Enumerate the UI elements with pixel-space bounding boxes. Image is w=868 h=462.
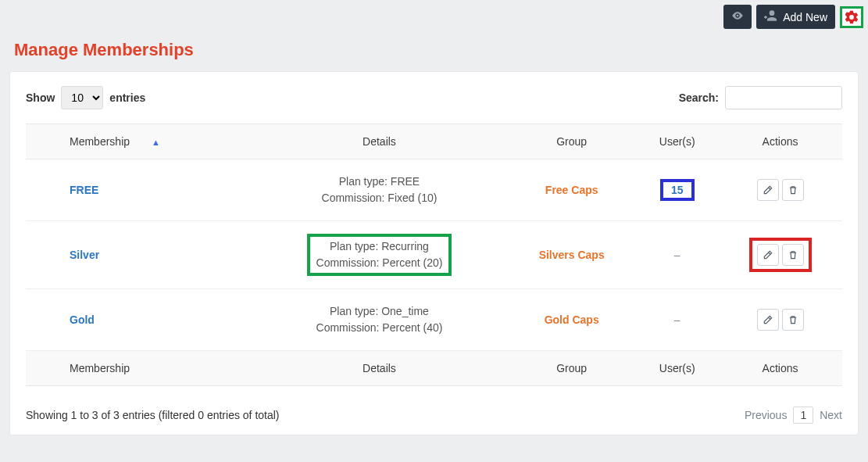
commission-line: Commission: Percent (20)	[316, 255, 443, 271]
edit-icon	[763, 184, 773, 195]
users-count[interactable]: 15	[660, 179, 695, 201]
edit-button[interactable]	[757, 179, 779, 201]
footcol-membership: Membership	[26, 351, 252, 386]
row-actions	[749, 238, 812, 272]
add-user-icon	[764, 9, 777, 24]
memberships-table: Membership ▲ Details Group User(s) Actio…	[26, 124, 842, 386]
pager: Previous 1 Next	[745, 406, 842, 424]
users-count: –	[674, 249, 680, 261]
details-cell: Plan type: FREECommission: Fixed (10)	[316, 172, 444, 208]
membership-link[interactable]: FREE	[70, 184, 98, 196]
commission-line: Commission: Percent (40)	[316, 320, 443, 336]
panel-footer: Showing 1 to 3 of 3 entries (filtered 0 …	[26, 406, 842, 424]
table-header-row: Membership ▲ Details Group User(s) Actio…	[26, 124, 842, 159]
entries-info: Showing 1 to 3 of 3 entries (filtered 0 …	[26, 409, 280, 421]
group-link[interactable]: Silvers Caps	[539, 249, 605, 261]
plan-type-line: Plan type: One_time	[316, 303, 443, 320]
search-input[interactable]	[725, 86, 842, 109]
entries-label: entries	[109, 91, 145, 104]
col-membership[interactable]: Membership ▲	[26, 124, 252, 159]
gear-icon	[844, 9, 859, 25]
footcol-actions: Actions	[718, 351, 842, 386]
search-label: Search:	[679, 91, 719, 104]
group-link[interactable]: Gold Caps	[545, 313, 599, 326]
memberships-panel: Show 10 entries Search: Membership ▲ Det…	[9, 71, 859, 435]
col-details[interactable]: Details	[252, 124, 507, 159]
table-row: GoldPlan type: One_timeCommission: Perce…	[26, 289, 842, 351]
membership-link[interactable]: Silver	[70, 249, 99, 261]
group-link[interactable]: Free Caps	[545, 184, 598, 196]
commission-line: Commission: Fixed (10)	[322, 190, 438, 206]
add-new-label: Add New	[783, 11, 827, 23]
table-footer-row: Membership Details Group User(s) Actions	[26, 351, 842, 386]
pager-next[interactable]: Next	[820, 409, 842, 421]
pager-previous[interactable]: Previous	[745, 409, 787, 421]
trash-icon	[788, 314, 798, 325]
preview-button[interactable]	[723, 5, 752, 29]
edit-button[interactable]	[757, 244, 779, 266]
membership-link[interactable]: Gold	[70, 313, 95, 326]
edit-icon	[763, 314, 773, 325]
eye-icon	[731, 9, 744, 24]
col-group[interactable]: Group	[507, 124, 636, 159]
trash-icon	[788, 249, 798, 260]
sort-asc-icon: ▲	[152, 138, 160, 147]
add-new-button[interactable]: Add New	[756, 5, 835, 29]
plan-type-line: Plan type: FREE	[322, 174, 438, 190]
entries-select[interactable]: 10	[61, 86, 103, 109]
delete-button[interactable]	[782, 179, 804, 201]
col-users[interactable]: User(s)	[636, 124, 718, 159]
entries-control: Show 10 entries	[26, 86, 145, 109]
show-label: Show	[26, 91, 55, 104]
table-row: FREEPlan type: FREECommission: Fixed (10…	[26, 159, 842, 221]
panel-controls: Show 10 entries Search:	[26, 86, 842, 109]
plan-type-line: Plan type: Recurring	[316, 238, 443, 255]
topbar: Add New	[0, 0, 868, 29]
edit-icon	[763, 249, 773, 260]
delete-button[interactable]	[782, 309, 804, 331]
edit-button[interactable]	[757, 309, 779, 331]
details-cell: Plan type: RecurringCommission: Percent …	[307, 234, 452, 276]
footcol-group: Group	[507, 351, 636, 386]
footcol-details: Details	[252, 351, 507, 386]
table-row: SilverPlan type: RecurringCommission: Pe…	[26, 221, 842, 289]
users-count: –	[674, 313, 680, 326]
col-actions: Actions	[718, 124, 842, 159]
footcol-users: User(s)	[636, 351, 718, 386]
pager-page-1[interactable]: 1	[793, 406, 813, 424]
row-actions	[757, 309, 804, 331]
details-cell: Plan type: One_timeCommission: Percent (…	[310, 302, 449, 338]
settings-button[interactable]	[840, 6, 863, 28]
search-control: Search:	[679, 86, 842, 109]
trash-icon	[788, 184, 798, 195]
page-title: Manage Memberships	[14, 40, 868, 60]
delete-button[interactable]	[782, 244, 804, 266]
row-actions	[757, 179, 804, 201]
